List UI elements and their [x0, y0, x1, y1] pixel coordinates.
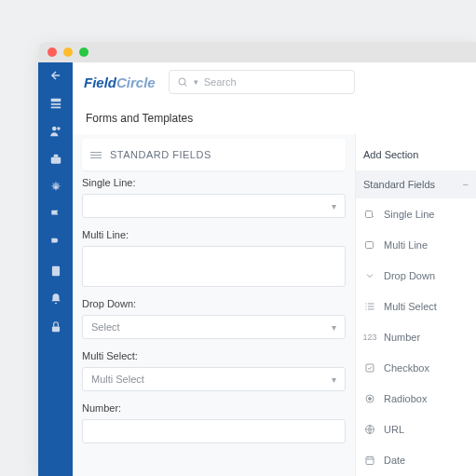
menu-icon [90, 152, 102, 158]
people-icon[interactable] [48, 124, 63, 139]
field-type-multi-line[interactable]: Multi Line [356, 229, 476, 260]
svg-rect-1 [50, 103, 61, 105]
svg-point-9 [179, 78, 185, 85]
field-multi-select: Multi Select: Multi Select▾ [73, 350, 355, 402]
single-line-select[interactable]: ▾ [82, 194, 346, 218]
gear-icon[interactable] [48, 180, 63, 195]
document-icon[interactable] [48, 264, 63, 279]
multi-select[interactable]: Multi Select▾ [82, 367, 346, 391]
single-line-icon [363, 208, 376, 221]
main-area: FieldCircle ▾ Forms and Templates STANDA… [73, 62, 476, 476]
field-label: Number: [82, 402, 346, 414]
flag2-icon[interactable] [48, 236, 63, 251]
svg-rect-11 [366, 241, 374, 248]
dashboard-icon[interactable] [48, 96, 63, 111]
dropdown-icon [363, 269, 376, 282]
field-type-drop-down[interactable]: Drop Down [356, 260, 476, 291]
svg-point-14 [369, 397, 372, 400]
briefcase-icon[interactable] [48, 152, 63, 167]
field-type-multi-select[interactable]: Multi Select [356, 291, 476, 321]
chevron-down-icon: ▾ [332, 374, 336, 385]
field-label: Multi Select: [82, 350, 346, 361]
svg-rect-16 [366, 456, 374, 464]
close-icon[interactable] [48, 48, 57, 57]
topbar: FieldCircle ▾ [73, 62, 476, 102]
field-type-date[interactable]: Date [356, 444, 476, 475]
number-icon: 123 [363, 331, 376, 344]
sidebar [38, 62, 73, 476]
svg-rect-2 [50, 107, 61, 109]
lock-icon[interactable] [48, 320, 63, 334]
bell-icon[interactable] [48, 292, 63, 306]
flag-icon[interactable] [48, 208, 63, 223]
field-type-checkbox[interactable]: Checkbox [356, 352, 476, 383]
back-icon[interactable] [48, 68, 63, 83]
svg-point-4 [57, 127, 60, 130]
section-header: STANDARD FIELDS [82, 139, 346, 170]
field-type-radiobox[interactable]: Radiobox [356, 383, 476, 414]
svg-rect-0 [50, 99, 61, 102]
field-label: Multi Line: [82, 229, 346, 240]
field-label: Single Line: [82, 177, 346, 188]
zoom-icon[interactable] [79, 48, 88, 57]
svg-rect-10 [366, 211, 373, 217]
right-panel: Add Section Standard Fields − Single Lin… [355, 134, 476, 476]
field-single-line: Single Line: ▾ [73, 177, 355, 229]
field-multi-line: Multi Line: [73, 229, 355, 298]
field-type-single-line[interactable]: Single Line [356, 198, 476, 229]
brand-logo: FieldCircle [84, 75, 156, 90]
svg-rect-7 [51, 266, 59, 277]
title-bar [38, 42, 476, 62]
globe-icon [363, 423, 376, 436]
section-title: STANDARD FIELDS [110, 149, 211, 160]
chevron-down-icon[interactable]: ▾ [194, 77, 198, 87]
chevron-down-icon: ▾ [332, 322, 336, 333]
chevron-down-icon: ▾ [332, 201, 336, 211]
panel-subtitle-row[interactable]: Standard Fields − [356, 170, 476, 198]
multiselect-icon [363, 300, 376, 313]
content: STANDARD FIELDS Single Line: ▾ Multi Lin… [73, 134, 476, 476]
minimize-icon[interactable] [63, 48, 73, 57]
page-title: Forms and Templates [73, 102, 476, 134]
svg-point-3 [51, 127, 56, 131]
radio-icon [363, 392, 376, 405]
field-type-number[interactable]: 123Number [356, 321, 476, 352]
field-label: Drop Down: [82, 298, 346, 309]
field-type-url[interactable]: URL [356, 414, 476, 444]
svg-rect-8 [51, 326, 59, 332]
minus-icon[interactable]: − [463, 179, 469, 190]
multi-line-input[interactable] [82, 246, 346, 287]
svg-rect-12 [366, 364, 374, 372]
number-input[interactable] [82, 419, 346, 443]
checkbox-icon [363, 361, 376, 374]
form-area: STANDARD FIELDS Single Line: ▾ Multi Lin… [73, 134, 355, 476]
panel-title: Add Section [356, 139, 476, 170]
search-icon [177, 76, 188, 88]
field-number: Number: [73, 402, 355, 455]
multi-line-icon [363, 238, 376, 252]
field-drop-down: Drop Down: Select▾ [73, 298, 355, 350]
calendar-icon [363, 454, 376, 467]
search-box[interactable]: ▾ [169, 70, 355, 94]
app-body: FieldCircle ▾ Forms and Templates STANDA… [38, 62, 476, 476]
search-input[interactable] [204, 76, 347, 88]
panel-subtitle: Standard Fields [363, 179, 435, 190]
app-window: FieldCircle ▾ Forms and Templates STANDA… [38, 42, 476, 476]
svg-rect-5 [50, 157, 61, 164]
drop-down-select[interactable]: Select▾ [82, 315, 346, 339]
